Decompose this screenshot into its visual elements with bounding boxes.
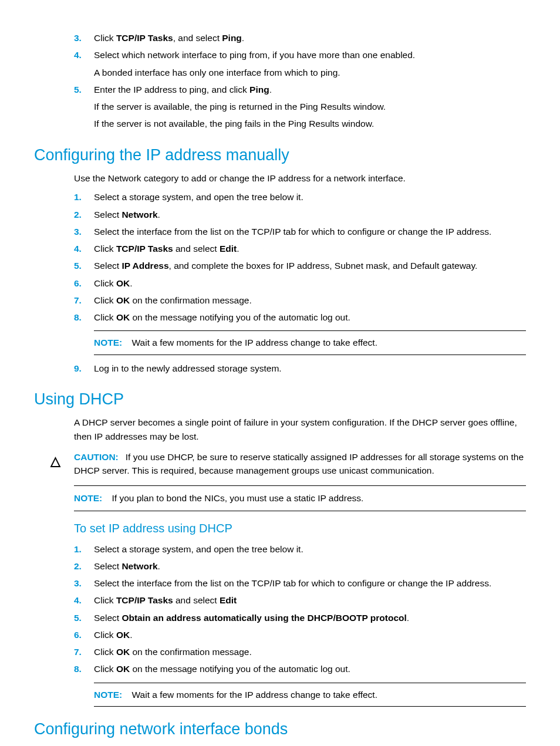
list-item: 1.Select a storage system, and open the …	[74, 541, 526, 558]
step-text: Click OK on the confirmation message.	[94, 295, 252, 305]
list-item: 5.Enter the IP address to ping, and clic…	[74, 81, 526, 133]
heading-set-ip-dhcp: To set IP address using DHCP	[74, 519, 526, 537]
step-number: 6.	[74, 628, 82, 642]
step-number: 7.	[74, 293, 82, 307]
note-text: If you plan to bond the NICs, you must u…	[112, 493, 364, 503]
step-number: 3.	[74, 225, 82, 238]
sec1-intro: Use the Network category to add or chang…	[74, 171, 526, 185]
step-text: Select the interface from the list on th…	[94, 578, 491, 588]
step-number: 2.	[74, 208, 82, 221]
caution-text: CAUTION:If you use DHCP, be sure to rese…	[74, 450, 526, 478]
step-number: 9.	[74, 362, 82, 375]
step-text: Select Obtain an address automatically u…	[94, 613, 409, 623]
sec1-note: NOTE: Wait a few moments for the IP addr…	[94, 330, 526, 355]
step-number: 5.	[74, 259, 82, 272]
step-text: Click OK.	[94, 278, 132, 288]
step-text: Click OK.	[94, 630, 132, 640]
list-item: 7.Click OK on the confirmation message.	[74, 643, 526, 660]
list-item: 4.Click TCP/IP Tasks and select Edit.	[74, 240, 526, 257]
step-text: Log in to the newly addressed storage sy…	[94, 363, 282, 373]
step-number: 3.	[74, 31, 82, 45]
step-text: Click TCP/IP Tasks and select Edit.	[94, 244, 239, 254]
step-number: 4.	[74, 593, 82, 607]
step-text: Click OK on the message notifying you of…	[94, 312, 350, 322]
note-text: Wait a few moments for the IP address ch…	[132, 337, 377, 347]
step-text: Select a storage system, and open the tr…	[94, 544, 303, 554]
step-number: 8.	[74, 662, 82, 676]
step-number: 4.	[74, 48, 82, 62]
caution-label: CAUTION:	[74, 452, 119, 462]
step-text: Click TCP/IP Tasks and select Edit	[94, 595, 237, 605]
list-item: 3.Click TCP/IP Tasks, and select Ping.	[74, 29, 526, 46]
step-text: Select IP Address, and complete the boxe…	[94, 261, 477, 271]
list-item: 6.Click OK.	[74, 626, 526, 643]
sec1-steps-b: 9.Log in to the newly addressed storage …	[74, 360, 526, 377]
list-item: 8.Click OK on the message notifying you …	[74, 309, 526, 326]
step-text: Select Network.	[94, 210, 160, 220]
list-item: 7.Click OK on the confirmation message.	[74, 292, 526, 309]
list-item: 6.Click OK.	[74, 275, 526, 292]
step-number: 5.	[74, 83, 82, 96]
list-item: 9.Log in to the newly addressed storage …	[74, 360, 526, 377]
note-label: NOTE:	[74, 493, 102, 503]
heading-configuring-bonds: Configuring network interface bonds	[34, 717, 526, 741]
list-item: 2.Select Network.	[74, 206, 526, 223]
sec2-note: NOTE: Wait a few moments for the IP addr…	[94, 683, 526, 707]
step-number: 4.	[74, 242, 82, 255]
list-item: 3.Select the interface from the list on …	[74, 575, 526, 592]
note-label: NOTE:	[94, 337, 122, 347]
caution-block: △ CAUTION:If you use DHCP, be sure to re…	[50, 450, 526, 478]
caution-icon: △	[50, 450, 74, 478]
step-number: 1.	[74, 190, 82, 204]
list-item: 5.Select IP Address, and complete the bo…	[74, 257, 526, 274]
list-item: 5.Select Obtain an address automatically…	[74, 609, 526, 626]
step-text: Select the interface from the list on th…	[94, 227, 491, 237]
step-text: Select a storage system, and open the tr…	[94, 192, 303, 202]
step-number: 3.	[74, 576, 82, 590]
step-text: Click OK on the confirmation message.	[94, 647, 252, 657]
step-number: 7.	[74, 645, 82, 659]
step-text: Select which network interface to ping f…	[94, 50, 526, 79]
sec1-steps-a: 1.Select a storage system, and open the …	[74, 188, 526, 326]
step-number: 2.	[74, 559, 82, 573]
step-text: Click OK on the message notifying you of…	[94, 664, 350, 674]
step-number: 1.	[74, 542, 82, 556]
sec2-steps: 1.Select a storage system, and open the …	[74, 541, 526, 678]
heading-configuring-ip-manually: Configuring the IP address manually	[34, 143, 526, 167]
step-text: Click TCP/IP Tasks, and select Ping.	[94, 33, 244, 43]
list-item: 3.Select the interface from the list on …	[74, 223, 526, 240]
note-text: Wait a few moments for the IP address ch…	[132, 690, 377, 700]
list-item: 8.Click OK on the message notifying you …	[74, 660, 526, 677]
step-number: 5.	[74, 611, 82, 625]
list-item: 1.Select a storage system, and open the …	[74, 188, 526, 205]
list-item: 4.Select which network interface to ping…	[74, 46, 526, 81]
step-number: 8.	[74, 310, 82, 324]
list-item: 4.Click TCP/IP Tasks and select Edit	[74, 592, 526, 609]
step-text: Enter the IP address to ping, and click …	[94, 85, 526, 131]
sec2-note-outer: NOTE: If you plan to bond the NICs, you …	[74, 485, 526, 511]
list-item: 2.Select Network.	[74, 558, 526, 575]
sec2-intro: A DHCP server becomes a single point of …	[74, 416, 526, 443]
step-text: Select Network.	[94, 561, 160, 571]
heading-using-dhcp: Using DHCP	[34, 387, 526, 411]
caution-body: If you use DHCP, be sure to reserve stat…	[74, 452, 524, 475]
step-number: 6.	[74, 276, 82, 290]
note-label: NOTE:	[94, 690, 122, 700]
top-steps: 3.Click TCP/IP Tasks, and select Ping.4.…	[74, 29, 526, 133]
